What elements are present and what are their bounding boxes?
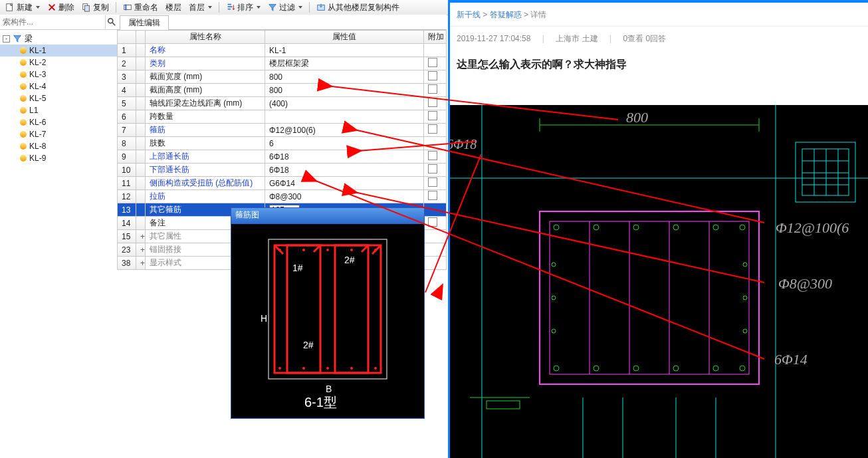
search-input[interactable]: [0, 16, 105, 28]
tree-item-KL-3[interactable]: KL-3: [0, 68, 117, 80]
property-row[interactable]: 11侧面构造或受扭筋 (总配筋值)G6Φ14: [118, 177, 447, 190]
checkbox[interactable]: [428, 217, 437, 227]
prop-value-cell[interactable]: [265, 110, 424, 124]
prop-extra-cell[interactable]: [424, 110, 447, 124]
prop-value-cell[interactable]: 楼层框架梁: [265, 57, 424, 70]
property-row[interactable]: 8肢数6: [118, 137, 447, 150]
dropdown-icon: [208, 6, 212, 9]
prop-extra-cell[interactable]: [424, 137, 447, 150]
row-toggle: [136, 203, 146, 217]
prop-value-cell[interactable]: 800: [265, 70, 424, 84]
checkbox[interactable]: [428, 71, 437, 80]
row-number: 23: [118, 243, 136, 257]
checkbox[interactable]: [428, 111, 437, 120]
stirrup-diagram: 1# 2# 2# H B 6-1型: [231, 222, 424, 419]
crumb-qa[interactable]: 答疑解惑: [490, 10, 522, 19]
prop-value-cell[interactable]: Φ12@100(6): [265, 124, 424, 137]
tree-item-KL-2[interactable]: KL-2: [0, 57, 117, 68]
property-row[interactable]: 6跨数量: [118, 110, 447, 124]
tree-item-KL-4[interactable]: KL-4: [0, 80, 117, 92]
property-row[interactable]: 3截面宽度 (mm)800: [118, 70, 447, 84]
checkbox[interactable]: [428, 177, 437, 187]
prop-value-cell[interactable]: KL-1: [265, 44, 424, 57]
prop-value-cell[interactable]: 6Φ18: [265, 164, 424, 177]
property-row[interactable]: 5轴线距梁左边线距离 (mm)(400): [118, 97, 447, 110]
prop-extra-cell[interactable]: [424, 150, 447, 164]
sort-button[interactable]: 排序: [223, 1, 263, 14]
prop-value-cell[interactable]: 6: [265, 137, 424, 150]
prop-extra-cell[interactable]: [424, 190, 447, 203]
filter-label: 过滤: [279, 2, 295, 13]
svg-text:800: 800: [626, 109, 648, 126]
property-row[interactable]: 10下部通长筋6Φ18: [118, 164, 447, 177]
floor-selector[interactable]: 首层: [186, 1, 215, 14]
svg-text:6Φ18: 6Φ18: [450, 137, 477, 152]
prop-extra-cell[interactable]: [424, 203, 447, 217]
search-button[interactable]: [105, 15, 117, 29]
prop-value-cell[interactable]: 800: [265, 84, 424, 97]
tree-item-KL-7[interactable]: KL-7: [0, 128, 117, 140]
checkbox[interactable]: [428, 124, 437, 134]
property-row[interactable]: 1名称KL-1: [118, 44, 447, 57]
new-button[interactable]: 新建: [3, 1, 43, 14]
prop-value-cell[interactable]: (400): [265, 97, 424, 110]
tree-item-label: KL-9: [29, 154, 46, 163]
prop-extra-cell[interactable]: [424, 70, 447, 84]
prop-extra-cell[interactable]: [424, 217, 447, 230]
property-row[interactable]: 12拉筋Φ8@300: [118, 190, 447, 203]
prop-extra-cell[interactable]: [424, 177, 447, 190]
copy-button[interactable]: 复制: [79, 1, 112, 14]
beam-icon: [20, 95, 27, 102]
row-toggle: [136, 124, 146, 137]
checkbox[interactable]: [428, 84, 437, 94]
checkbox[interactable]: [428, 58, 437, 67]
row-number: 5: [118, 97, 136, 110]
svg-point-27: [302, 367, 305, 370]
copy-from-button[interactable]: 从其他楼层复制构件: [314, 1, 402, 14]
prop-value-cell[interactable]: G6Φ14: [265, 177, 424, 190]
stirrup-diagram-window[interactable]: 箍筋图 1# 2# 2# H B 6-1型: [231, 207, 425, 419]
filter-button[interactable]: 过滤: [265, 1, 305, 14]
prop-value-cell[interactable]: 6Φ18: [265, 150, 424, 164]
checkbox[interactable]: [428, 164, 437, 173]
expand-icon[interactable]: +: [136, 243, 146, 257]
toolbar-separator: [309, 2, 310, 13]
beam-icon: [20, 47, 27, 54]
prop-extra-cell[interactable]: [424, 124, 447, 137]
checkbox[interactable]: [428, 98, 437, 107]
checkbox[interactable]: [428, 191, 437, 200]
rename-button[interactable]: 重命名: [120, 1, 161, 14]
tree-root-beam[interactable]: - 梁: [0, 33, 117, 45]
prop-extra-cell[interactable]: [424, 44, 447, 57]
row-toggle: [136, 164, 146, 177]
svg-rect-6: [124, 5, 132, 10]
tab-property-edit[interactable]: 属性编辑: [120, 15, 169, 30]
prop-name-cell: 跨数量: [146, 110, 265, 124]
crumb-home[interactable]: 新干线: [457, 10, 481, 19]
property-row[interactable]: 2类别楼层框架梁: [118, 57, 447, 70]
row-number: 7: [118, 124, 136, 137]
delete-button[interactable]: 删除: [45, 1, 77, 14]
prop-extra-cell[interactable]: [424, 57, 447, 70]
checkbox[interactable]: [428, 151, 437, 160]
layer-button[interactable]: 楼层: [163, 1, 184, 14]
expand-icon[interactable]: +: [136, 257, 146, 270]
prop-extra-cell[interactable]: [424, 84, 447, 97]
property-row[interactable]: 4截面高度 (mm)800: [118, 84, 447, 97]
tree-item-KL-1[interactable]: KL-1: [0, 45, 117, 57]
tree-item-KL-9[interactable]: KL-9: [0, 152, 117, 164]
tree-item-KL-6[interactable]: KL-6: [0, 116, 117, 128]
prop-extra-cell[interactable]: [424, 164, 447, 177]
property-row[interactable]: 9上部通长筋6Φ18: [118, 150, 447, 164]
header-extra: 附加: [424, 31, 447, 44]
collapse-icon[interactable]: -: [3, 35, 10, 43]
beam-icon: [20, 83, 27, 90]
prop-value-cell[interactable]: Φ8@300: [265, 190, 424, 203]
tree-item-KL-8[interactable]: KL-8: [0, 140, 117, 152]
tree-item-KL-5[interactable]: KL-5: [0, 92, 117, 104]
property-row[interactable]: 7箍筋Φ12@100(6): [118, 124, 447, 137]
tree-item-L1[interactable]: L1: [0, 104, 117, 116]
row-number: 8: [118, 137, 136, 150]
expand-icon[interactable]: +: [136, 230, 146, 243]
prop-extra-cell[interactable]: [424, 97, 447, 110]
